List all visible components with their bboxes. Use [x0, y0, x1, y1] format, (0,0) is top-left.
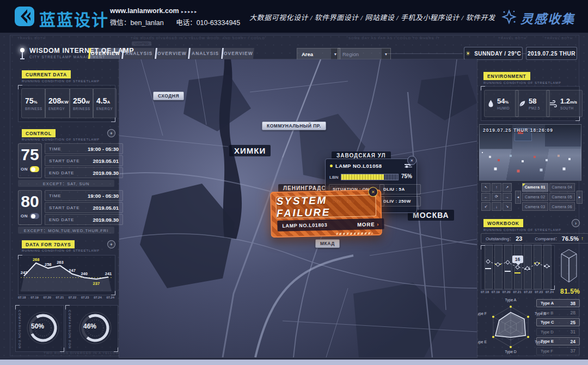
logo-text: 蓝蓝设计: [39, 7, 109, 31]
camera-02-button[interactable]: Camera 02: [522, 193, 548, 202]
workbook-more-button[interactable]: ›: [572, 219, 580, 227]
legend-type-f[interactable]: Type F37: [536, 347, 580, 355]
arrows-decoration: ▸▸▸▸▸: [181, 9, 198, 14]
week-add-button[interactable]: +: [107, 240, 115, 248]
map-label-kommunalny[interactable]: КОММУНАЛЬНЫЙ ПР.: [262, 121, 326, 130]
more-link[interactable]: MORE ›: [357, 221, 379, 227]
weather-box: ☀ SUNNDAY / 29°C: [464, 47, 523, 60]
pan-up-button[interactable]: ↑: [492, 183, 501, 192]
decor-text: SOME DAY AS FAR AS I COULD TO WHERE IT: [348, 36, 440, 40]
map-label-mkad[interactable]: МКАД: [315, 239, 340, 248]
camera-04-button[interactable]: Camera 04: [549, 183, 575, 192]
lbn-value: 75%: [401, 173, 412, 179]
start-date-row[interactable]: START DATE2019.05.01: [45, 202, 123, 213]
week-tick: 07.21: [56, 296, 64, 299]
legend-type-c[interactable]: Type C25: [536, 318, 580, 326]
reset-rotate-button[interactable]: ⟳: [492, 193, 501, 202]
wind-card: 1.2m/s SOUTH: [546, 90, 583, 117]
tab-overview-3[interactable]: OVERVIEW: [221, 48, 254, 59]
end-date-row[interactable]: END DATE2019.09.30: [45, 167, 123, 178]
website-link[interactable]: www.lanlanwork.com: [110, 7, 179, 15]
tab-analysis-1[interactable]: ANALYSIS: [121, 48, 155, 59]
control-badge: CONTROL: [22, 129, 56, 137]
tab-overview-2[interactable]: OVERVIEW: [155, 48, 188, 59]
failure-title: SYSTEM FAILURE: [276, 193, 376, 220]
workbook-x-axis: 07.1807.1907.2007.2107.2207.2307.24: [481, 290, 554, 294]
week-tick: 07.23: [81, 296, 89, 299]
services-text: 大数据可视化设计 / 软件界面设计 / 网站建设 / 手机及小程序设计 / 软件…: [249, 12, 495, 22]
svg-text:241: 241: [105, 271, 112, 276]
decor-chip: LIGHTED: [132, 41, 151, 46]
popup-lamp-id: LAMP NO.L01058: [335, 163, 382, 169]
pan-down-left-button[interactable]: ↙: [481, 202, 491, 211]
stat-briness-w: 250W BRINESS: [69, 88, 94, 118]
legend-type-b[interactable]: Type B28: [536, 309, 580, 317]
dliv-cell: DLIV : 250W: [379, 196, 421, 206]
camera-03-button[interactable]: Camera 03: [522, 202, 548, 211]
wechat-text: 微信：ben_lanlan: [110, 19, 164, 27]
decor-text: TRAVEL BOTH: [544, 36, 573, 40]
date-box: 2019.07.25 THUR: [526, 47, 577, 60]
camera-list: Camera 01 Camera 02 Camera 03 Camera 04 …: [522, 183, 575, 211]
header-contact-row: 微信：ben_lanlan 电话：010-63334945: [110, 17, 240, 27]
control-add-button[interactable]: +: [107, 129, 115, 137]
week-data-badge: DATA FOR 7DAYS: [22, 240, 75, 248]
wind-icon: [549, 100, 558, 107]
pan-down-right-button[interactable]: ↘: [503, 202, 512, 211]
week-tick: 07.19: [30, 296, 39, 299]
on-label: ON: [21, 214, 28, 218]
end-date-row[interactable]: END DATE2019.09.30: [45, 214, 123, 225]
camera-05-button[interactable]: Camera 05: [549, 193, 575, 202]
pan-right-button[interactable]: →: [503, 193, 512, 202]
svg-text:Type D: Type D: [505, 350, 517, 354]
time-row[interactable]: TIME19:00 - 05:30: [45, 143, 123, 154]
camera-next-button[interactable]: ▸: [577, 191, 583, 204]
start-date-row[interactable]: START DATE2019.05.01: [45, 155, 123, 166]
pan-up-left-button[interactable]: ↖: [481, 183, 491, 192]
power-toggle-on[interactable]: [30, 166, 39, 172]
type-legend: Type A38 Type B28 Type C25 Type D31 Type…: [536, 299, 580, 355]
popup-close-button[interactable]: ✕: [407, 156, 416, 165]
tab-analysis-2[interactable]: ANALYSIS: [188, 48, 221, 59]
pan-up-right-button[interactable]: ↗: [503, 183, 512, 192]
legend-type-e[interactable]: Type E24: [536, 337, 580, 345]
failure-footer: LAMP NO.L01803 MORE ›: [277, 218, 384, 232]
decor-text: THE ROADS DIVERGED IN A YELLOW WOOD, AND…: [131, 36, 265, 40]
region-select[interactable]: Region▼: [338, 48, 391, 60]
workbook-tick: 07.18: [481, 290, 489, 294]
camera-06-button[interactable]: Camera 06: [549, 202, 575, 211]
comparison-label: COMPARISON FOR: [18, 310, 21, 349]
map-label-khimki[interactable]: ХИМКИ: [229, 145, 271, 156]
camera-prev-button[interactable]: ◂: [515, 191, 521, 204]
environment-badge: ENVIRONMENT: [483, 72, 530, 80]
pan-down-button[interactable]: ↓: [492, 202, 501, 211]
workbook-tick: 07.22: [524, 290, 532, 294]
stat-energy-a: 4.5A ENERGY: [93, 88, 117, 118]
leaf-icon: [518, 100, 526, 108]
svg-text:237: 237: [93, 281, 100, 286]
camera-01-button[interactable]: Camera 01: [522, 183, 548, 192]
map-label-skhodnya[interactable]: СХОДНЯ: [153, 92, 184, 100]
environment-subtitle: RUNNING CONDITION OF STREETLAMP: [483, 81, 561, 84]
failure-close-button[interactable]: ✕: [368, 187, 378, 197]
inspiration-collect-link[interactable]: 灵感收集: [520, 9, 575, 27]
stat-briness-pct: 75% BRINESS: [21, 88, 46, 118]
brightness-value: 80: [19, 192, 41, 211]
system-failure-alert: SYSTEM FAILURE ✕ LAMP NO.L01803 MORE ›: [270, 190, 382, 238]
camera-video-feed[interactable]: 2019.07.25 THUR 18:26:09: [479, 124, 581, 181]
power-toggle-off[interactable]: [30, 213, 39, 219]
lbn-progress-bar: [341, 174, 399, 180]
legend-type-d[interactable]: Type D31: [536, 328, 580, 336]
legend-type-a[interactable]: Type A38: [536, 299, 580, 307]
pan-left-button[interactable]: ←: [481, 193, 491, 202]
sparkle-icon: [501, 9, 517, 25]
comparison-gauge-1: COMPARISON FOR 50%: [15, 305, 64, 352]
time-row[interactable]: TIME19:00 - 05:30: [45, 190, 123, 201]
hatch-decoration: [336, 232, 372, 235]
area-select[interactable]: Area▼: [297, 48, 340, 60]
tab-overview-1[interactable]: OVERVIEW: [88, 48, 121, 59]
week-line-chart: 243268258263247240237241: [19, 256, 114, 294]
chevron-down-icon: ▼: [382, 48, 390, 59]
dashboard-screen: 蓝蓝设计 www.lanlanwork.com ▸▸▸▸▸ 微信：ben_lan…: [0, 0, 588, 365]
svg-text:258: 258: [45, 262, 52, 267]
